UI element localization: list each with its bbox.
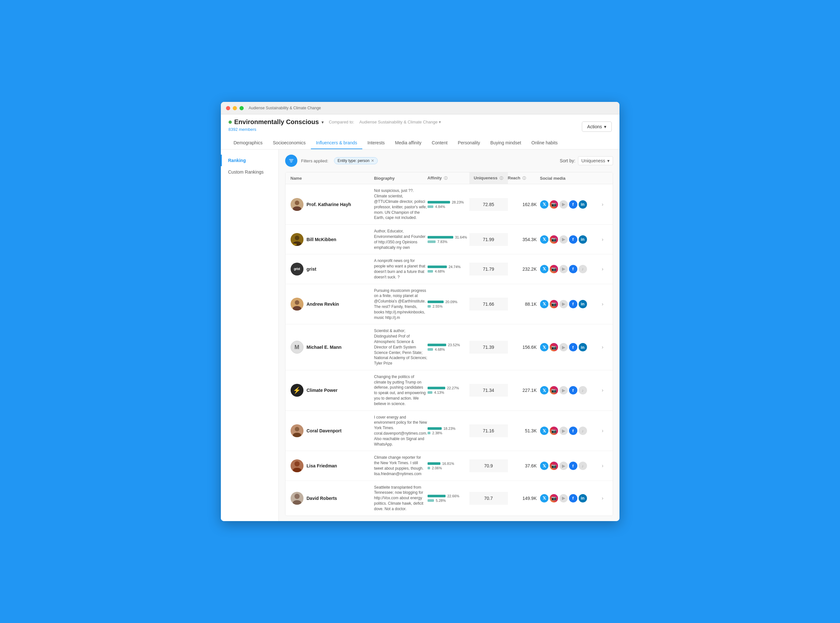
youtube-icon[interactable]: ▶ <box>559 300 568 308</box>
sidebar-item-custom-rankings[interactable]: Custom Rankings <box>221 166 278 178</box>
tiktok-icon[interactable]: ♪ <box>579 462 587 470</box>
twitter-icon[interactable]: 𝕏 <box>540 386 549 394</box>
tab-media-affinity[interactable]: Media affinity <box>390 137 426 149</box>
youtube-icon[interactable]: ▶ <box>559 235 568 244</box>
uniqueness-info-icon[interactable]: ⓘ <box>500 176 503 180</box>
instagram-icon[interactable]: 📷 <box>550 235 558 244</box>
linkedin-icon[interactable]: in <box>579 343 587 351</box>
instagram-icon[interactable]: 📷 <box>550 494 558 502</box>
facebook-icon[interactable]: f <box>569 200 577 209</box>
sidebar-item-ranking[interactable]: Ranking <box>221 155 278 166</box>
reach-value: 162.8K <box>508 202 540 207</box>
twitter-icon[interactable]: 𝕏 <box>540 462 549 470</box>
affinity-bar-primary <box>428 427 442 430</box>
twitter-icon[interactable]: 𝕏 <box>540 494 549 502</box>
filter-icon-button[interactable] <box>285 155 297 167</box>
twitter-icon[interactable]: 𝕏 <box>540 343 549 351</box>
tiktok-icon[interactable]: ♪ <box>579 427 587 435</box>
linkedin-icon[interactable]: in <box>579 300 587 308</box>
affinity-pct-secondary: 2.38% <box>432 431 442 435</box>
facebook-icon[interactable]: f <box>569 300 577 308</box>
expand-button[interactable]: › <box>598 344 608 350</box>
tab-buying-mindset[interactable]: Buying mindset <box>485 137 526 149</box>
youtube-icon[interactable]: ▶ <box>559 462 568 470</box>
instagram-icon[interactable]: 📷 <box>550 343 558 351</box>
youtube-icon[interactable]: ▶ <box>559 386 568 394</box>
svg-text:350: 350 <box>292 243 297 246</box>
facebook-icon[interactable]: f <box>569 265 577 273</box>
tiktok-icon[interactable]: ♪ <box>579 386 587 394</box>
tab-online-habits[interactable]: Online habits <box>526 137 563 149</box>
compared-to-link[interactable]: Audiense Sustainability & Climate Change… <box>359 120 441 124</box>
compared-to-label: Compared to: <box>329 120 354 124</box>
facebook-icon[interactable]: f <box>569 235 577 244</box>
linkedin-icon[interactable]: in <box>579 494 587 502</box>
affinity-bar-secondary <box>428 467 430 470</box>
expand-button[interactable]: › <box>598 463 608 469</box>
facebook-icon[interactable]: f <box>569 494 577 502</box>
twitter-icon[interactable]: 𝕏 <box>540 300 549 308</box>
actions-button[interactable]: Actions ▾ <box>582 121 612 132</box>
tab-personality[interactable]: Personality <box>453 137 485 149</box>
person-name: David Roberts <box>307 496 337 501</box>
youtube-icon[interactable]: ▶ <box>559 343 568 351</box>
remove-filter-button[interactable]: ✕ <box>371 158 374 163</box>
instagram-icon[interactable]: 📷 <box>550 300 558 308</box>
affinity-bar-row-secondary: 7.83% <box>428 240 469 244</box>
expand-button[interactable]: › <box>598 201 608 207</box>
sort-by-label: Sort by: <box>559 158 575 163</box>
close-button[interactable] <box>226 106 230 110</box>
tiktok-icon[interactable]: ♪ <box>579 265 587 273</box>
tab-socioeconomics[interactable]: Socioeconomics <box>268 137 311 149</box>
affinity-pct-secondary: 4.84% <box>435 205 445 209</box>
youtube-icon[interactable]: ▶ <box>559 200 568 209</box>
person-name: Coral Davenport <box>307 428 342 433</box>
linkedin-icon[interactable]: in <box>579 235 587 244</box>
expand-button[interactable]: › <box>598 301 608 307</box>
social-media-cell: 𝕏 📷 ▶ f in <box>540 494 598 502</box>
instagram-icon[interactable]: 📷 <box>550 462 558 470</box>
twitter-icon[interactable]: 𝕏 <box>540 235 549 244</box>
tab-interests[interactable]: Interests <box>362 137 390 149</box>
facebook-icon[interactable]: f <box>569 462 577 470</box>
instagram-icon[interactable]: 📷 <box>550 200 558 209</box>
person-cell: grist grist <box>291 262 374 276</box>
reach-info-icon[interactable]: ⓘ <box>523 176 526 180</box>
tab-influencers-brands[interactable]: Influencers & brands <box>311 137 362 149</box>
youtube-icon[interactable]: ▶ <box>559 427 568 435</box>
linkedin-icon[interactable]: in <box>579 200 587 209</box>
facebook-icon[interactable]: f <box>569 386 577 394</box>
affinity-bar-primary <box>428 462 440 465</box>
affinity-bar-row: 24.74% <box>428 265 469 269</box>
youtube-icon[interactable]: ▶ <box>559 494 568 502</box>
biography: I cover energy and environment policy fo… <box>374 415 428 447</box>
tab-demographics[interactable]: Demographics <box>228 137 268 149</box>
avatar-image: 350 <box>291 233 304 246</box>
biography: Scientist & author; Distinguished Prof o… <box>374 328 428 366</box>
maximize-button[interactable] <box>239 106 244 110</box>
twitter-icon[interactable]: 𝕏 <box>540 427 549 435</box>
uniqueness-value: 70.7 <box>469 492 508 505</box>
expand-button[interactable]: › <box>598 266 608 272</box>
sort-dropdown[interactable]: Uniqueness ▾ <box>578 156 613 165</box>
avatar-image <box>291 298 304 310</box>
instagram-icon[interactable]: 📷 <box>550 265 558 273</box>
tab-content[interactable]: Content <box>426 137 453 149</box>
instagram-icon[interactable]: 📷 <box>550 386 558 394</box>
social-media-cell: 𝕏 📷 ▶ f in <box>540 300 598 308</box>
minimize-button[interactable] <box>233 106 237 110</box>
expand-button[interactable]: › <box>598 387 608 393</box>
twitter-icon[interactable]: 𝕏 <box>540 265 549 273</box>
audience-dropdown-icon[interactable]: ▾ <box>322 120 324 125</box>
affinity-info-icon[interactable]: ⓘ <box>444 176 448 180</box>
expand-button[interactable]: › <box>598 428 608 434</box>
twitter-icon[interactable]: 𝕏 <box>540 200 549 209</box>
facebook-icon[interactable]: f <box>569 427 577 435</box>
youtube-icon[interactable]: ▶ <box>559 265 568 273</box>
reach-value: 88.1K <box>508 302 540 307</box>
expand-button[interactable]: › <box>598 496 608 501</box>
facebook-icon[interactable]: f <box>569 343 577 351</box>
instagram-icon[interactable]: 📷 <box>550 427 558 435</box>
expand-button[interactable]: › <box>598 236 608 242</box>
members-count: 8392 members <box>228 127 441 132</box>
